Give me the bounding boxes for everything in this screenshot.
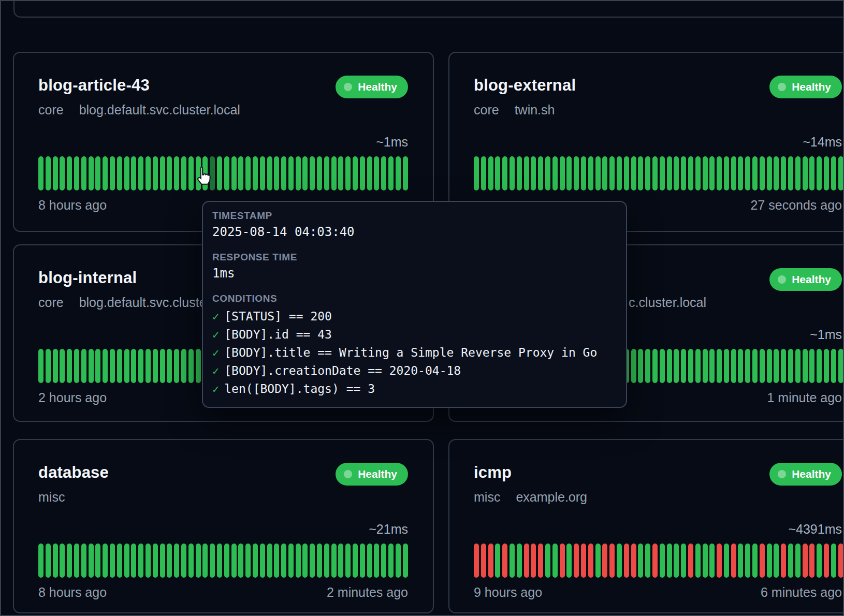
uptime-bar[interactable] [695, 156, 701, 190]
uptime-bar[interactable] [674, 349, 679, 383]
uptime-bar[interactable] [552, 156, 558, 190]
uptime-bar[interactable] [381, 544, 386, 578]
uptime-bar[interactable] [302, 544, 308, 578]
uptime-bar[interactable] [738, 156, 743, 190]
uptime-bar[interactable] [774, 349, 779, 383]
uptime-bar[interactable] [624, 156, 629, 190]
uptime-bar[interactable] [81, 349, 86, 383]
uptime-bar[interactable] [752, 544, 758, 578]
uptime-bar[interactable] [174, 544, 179, 578]
uptime-bar[interactable] [153, 349, 158, 383]
uptime-bar[interactable] [788, 349, 793, 383]
uptime-bar[interactable] [167, 544, 172, 578]
uptime-bar[interactable] [110, 156, 115, 190]
uptime-bar[interactable] [531, 544, 536, 578]
uptime-bar[interactable] [631, 349, 636, 383]
uptime-bar[interactable] [760, 544, 765, 578]
uptime-bar[interactable] [774, 156, 779, 190]
uptime-bar[interactable] [803, 349, 808, 383]
uptime-bar[interactable] [652, 349, 658, 383]
uptime-bar[interactable] [517, 544, 522, 578]
uptime-bar[interactable] [117, 544, 122, 578]
uptime-bar[interactable] [138, 349, 143, 383]
uptime-bar[interactable] [738, 349, 743, 383]
uptime-bar[interactable] [709, 349, 715, 383]
uptime-bar[interactable] [374, 156, 379, 190]
uptime-bar[interactable] [74, 349, 79, 383]
uptime-bar[interactable] [617, 544, 622, 578]
uptime-bar[interactable] [388, 156, 394, 190]
uptime-bar[interactable] [538, 544, 543, 578]
uptime-bar[interactable] [245, 544, 251, 578]
uptime-bar[interactable] [53, 349, 58, 383]
uptime-bar[interactable] [245, 156, 251, 190]
uptime-bar[interactable] [317, 544, 322, 578]
uptime-bar[interactable] [110, 349, 115, 383]
uptime-bar[interactable] [367, 156, 372, 190]
uptime-bar[interactable] [809, 544, 814, 578]
uptime-bar[interactable] [160, 349, 165, 383]
uptime-bar[interactable] [296, 156, 301, 190]
uptime-bar[interactable] [781, 544, 786, 578]
uptime-bar[interactable] [117, 156, 122, 190]
uptime-bar[interactable] [645, 156, 650, 190]
uptime-bar[interactable] [89, 156, 94, 190]
uptime-bar[interactable] [74, 544, 79, 578]
uptime-bar[interactable] [595, 156, 601, 190]
uptime-bar[interactable] [724, 544, 729, 578]
uptime-bar[interactable] [46, 544, 51, 578]
uptime-bar[interactable] [153, 544, 158, 578]
uptime-bar[interactable] [396, 544, 401, 578]
uptime-bar[interactable] [745, 349, 750, 383]
uptime-bar[interactable] [709, 544, 715, 578]
uptime-bar[interactable] [588, 156, 593, 190]
uptime-bar[interactable] [717, 544, 722, 578]
uptime-bar[interactable] [688, 349, 693, 383]
uptime-bar[interactable] [188, 544, 194, 578]
uptime-bar[interactable] [838, 156, 843, 190]
uptime-bar[interactable] [481, 156, 486, 190]
uptime-bar[interactable] [396, 156, 401, 190]
uptime-bar[interactable] [588, 544, 593, 578]
uptime-bar[interactable] [338, 544, 343, 578]
uptime-bar[interactable] [95, 156, 100, 190]
uptime-bar[interactable] [60, 156, 65, 190]
uptime-bar[interactable] [302, 156, 308, 190]
uptime-bar[interactable] [631, 156, 636, 190]
uptime-bar[interactable] [838, 544, 843, 578]
uptime-bar[interactable] [95, 349, 100, 383]
uptime-bar[interactable] [831, 544, 836, 578]
uptime-bar[interactable] [695, 544, 701, 578]
uptime-bar[interactable] [67, 544, 72, 578]
uptime-bar[interactable] [602, 156, 607, 190]
uptime-bar[interactable] [145, 156, 151, 190]
uptime-bar[interactable] [288, 544, 294, 578]
uptime-bar[interactable] [624, 544, 629, 578]
uptime-bar[interactable] [46, 349, 51, 383]
uptime-bar[interactable] [124, 156, 129, 190]
uptime-bar[interactable] [188, 349, 194, 383]
uptime-bar[interactable] [574, 544, 579, 578]
uptime-bar[interactable] [631, 544, 636, 578]
uptime-bar[interactable] [353, 156, 358, 190]
uptime-bar[interactable] [74, 156, 79, 190]
uptime-bar[interactable] [695, 349, 701, 383]
uptime-bar[interactable] [566, 544, 572, 578]
uptime-bar[interactable] [181, 156, 186, 190]
uptime-bar[interactable] [824, 544, 829, 578]
uptime-bar[interactable] [660, 156, 665, 190]
uptime-bar[interactable] [517, 156, 522, 190]
endpoint-card-database[interactable]: database misc Healthy ~21ms 8 hours ago … [13, 439, 434, 613]
uptime-bar[interactable] [231, 544, 237, 578]
uptime-bar[interactable] [310, 156, 315, 190]
uptime-bar[interactable] [502, 156, 507, 190]
uptime-bar[interactable] [131, 156, 136, 190]
uptime-bar[interactable] [724, 156, 729, 190]
uptime-bar[interactable] [224, 156, 229, 190]
uptime-bar[interactable] [324, 544, 329, 578]
uptime-bar[interactable] [745, 544, 750, 578]
uptime-bar[interactable] [331, 156, 337, 190]
uptime-bar[interactable] [310, 544, 315, 578]
uptime-bar[interactable] [38, 349, 43, 383]
uptime-bar[interactable] [545, 544, 550, 578]
